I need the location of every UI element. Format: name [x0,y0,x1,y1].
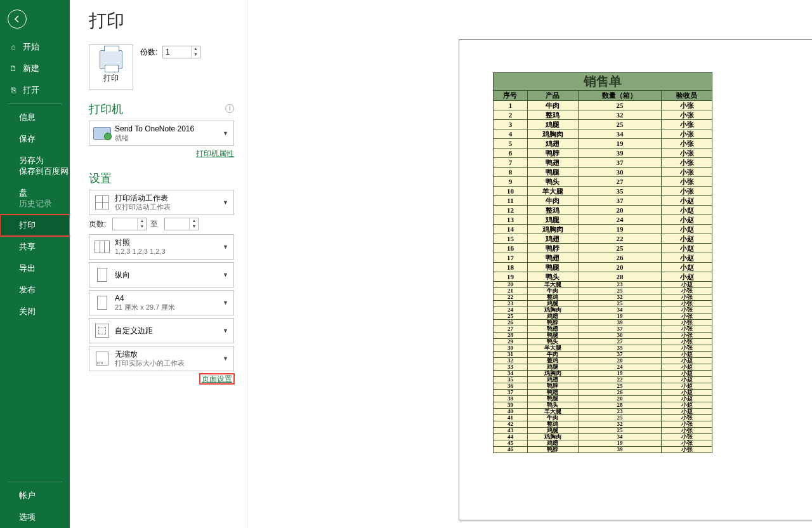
sidebar-item-信息[interactable]: 信息 [0,107,70,128]
printer-select[interactable]: Send To OneNote 2016 就绪 ▼ [89,121,234,146]
table-row: 19鸭头28小赵 [494,272,712,282]
copies-up[interactable]: ▲ [192,46,200,52]
table-row: 26鸭脖39小张 [494,320,712,326]
sales-col-header: 序号 [494,91,528,101]
table-row: 11牛肉37小赵 [494,196,712,206]
table-row: 7鸭翅37小张 [494,158,712,168]
sidebar-item-导出[interactable]: 导出 [0,258,70,279]
table-row: 30羊大腿35小张 [494,345,712,352]
table-row: 15鸡翅22小赵 [494,234,712,244]
copies-label: 份数: [140,48,157,56]
nav-icon: ⎘ [9,79,18,101]
table-row: 1牛肉25小张 [494,101,712,110]
page-from-spinner[interactable]: ▲▼ [112,218,147,230]
table-row: 29鸭头27小张 [494,339,712,345]
table-row: 16鸭脖25小赵 [494,244,712,253]
sidebar-item-共享[interactable]: 共享 [0,236,70,258]
table-row: 20羊大腿23小赵 [494,282,712,288]
page-to-input[interactable] [165,218,189,230]
pages-to-label: 至 [150,219,158,230]
table-row: 2整鸡32小张 [494,110,712,120]
printer-properties-link[interactable]: 打印机属性 [196,149,234,158]
table-row: 35鸡翅22小赵 [494,377,712,383]
scale-icon [96,352,108,366]
nav-label: 开始 [23,36,39,58]
print-settings-panel: 打印 打印 份数: ▲▼ 打印机 i Send To OneNote 2016 … [70,0,247,528]
setting-margins[interactable]: 自定义边距 ▼ [89,318,234,343]
sales-col-header: 产品 [527,91,578,101]
page-to-spinner[interactable]: ▲▼ [164,218,199,230]
table-row: 12整鸡20小赵 [494,206,712,215]
setting-paper-size[interactable]: A4 21 厘米 x 29.7 厘米 ▼ [89,290,234,315]
sidebar-item-开始[interactable]: ⌂开始 [0,36,70,58]
sidebar-item-发布[interactable]: 发布 [0,279,70,301]
table-row: 6鸭脖39小张 [494,148,712,158]
table-row: 8鸭腿30小张 [494,168,712,177]
table-row: 13鸡腿24小赵 [494,215,712,225]
printer-status: 就绪 [115,133,221,142]
chevron-down-icon: ▼ [221,199,230,206]
table-row: 44鸡胸肉34小张 [494,434,712,440]
sales-col-header: 验收员 [662,91,712,101]
table-row: 9鸭头27小张 [494,177,712,187]
sheets-icon [95,195,109,209]
table-row: 46鸭脖39小张 [494,447,712,453]
table-row: 17鸭翅26小赵 [494,253,712,263]
sales-table: 销售单序号产品数量（箱）验收员1牛肉25小张2整鸡32小张3鸡腿25小张4鸡胸肉… [493,72,712,453]
sidebar-item-保存到百度网盘[interactable]: 保存到百度网盘 [0,171,70,193]
sales-col-header: 数量（箱） [578,91,661,101]
chevron-down-icon: ▼ [221,130,230,136]
nav-icon: ⌂ [9,36,18,58]
print-button-label: 打印 [89,73,133,84]
nav-label: 新建 [23,58,39,79]
back-button[interactable] [8,10,27,29]
chevron-down-icon: ▼ [221,327,230,334]
printer-icon [100,50,122,69]
sidebar-item-新建[interactable]: 🗋新建 [0,58,70,79]
preview-page: 销售单序号产品数量（箱）验收员1牛肉25小张2整鸡32小张3鸡腿25小张4鸡胸肉… [459,39,812,520]
chevron-down-icon: ▼ [221,300,230,306]
print-button[interactable]: 打印 [89,44,133,90]
sidebar-item-保存[interactable]: 保存 [0,128,70,150]
table-row: 22整鸡32小张 [494,294,712,301]
table-row: 3鸡腿25小张 [494,120,712,129]
sidebar-item-打印[interactable]: 打印 [0,214,70,236]
info-icon[interactable]: i [225,104,234,113]
sales-title: 销售单 [494,73,712,91]
page-setup-link[interactable]: 页面设置 [200,374,234,384]
copies-spinner[interactable]: ▲▼ [162,46,200,58]
table-row: 43鸡腿25小张 [494,428,712,434]
collate-icon [95,241,110,253]
table-row: 23鸡腿25小张 [494,301,712,307]
table-row: 45鸡翅19小张 [494,440,712,447]
print-preview-area: 销售单序号产品数量（箱）验收员1牛肉25小张2整鸡32小张3鸡腿25小张4鸡胸肉… [247,0,812,528]
sidebar-item-帐户[interactable]: 帐户 [0,485,70,506]
nav-label: 打开 [23,79,39,101]
page-from-input[interactable] [113,218,137,230]
printer-status-icon [93,127,111,140]
setting-collate[interactable]: 对照 1,2,3 1,2,3 1,2,3 ▼ [89,234,234,260]
setting-print-what[interactable]: 打印活动工作表 仅打印活动工作表 ▼ [89,190,234,215]
nav-icon: 🗋 [9,58,18,79]
printer-name: Send To OneNote 2016 [115,124,221,133]
copies-input[interactable] [163,46,191,58]
table-row: 25鸡翅19小张 [494,314,712,320]
sidebar-item-打开[interactable]: ⎘打开 [0,79,70,101]
paper-icon [97,296,107,310]
portrait-icon [97,268,107,282]
table-row: 24鸡胸肉34小张 [494,307,712,314]
table-row: 36鸭脖25小赵 [494,383,712,390]
setting-orientation[interactable]: 纵向 ▼ [89,262,234,287]
settings-section-header: 设置 [89,171,234,186]
chevron-down-icon: ▼ [221,355,230,362]
table-row: 5鸡翅19小张 [494,139,712,148]
table-row: 21牛肉25小张 [494,288,712,294]
setting-scaling[interactable]: 无缩放 打印实际大小的工作表 ▼ [89,346,234,371]
table-row: 28鸭腿30小张 [494,333,712,339]
copies-down[interactable]: ▼ [192,52,200,58]
sidebar-item-关闭[interactable]: 关闭 [0,301,70,322]
table-row: 31牛肉37小赵 [494,352,712,358]
chevron-down-icon: ▼ [221,272,230,278]
margins-icon [95,324,109,338]
sidebar-item-选项[interactable]: 选项 [0,506,70,528]
